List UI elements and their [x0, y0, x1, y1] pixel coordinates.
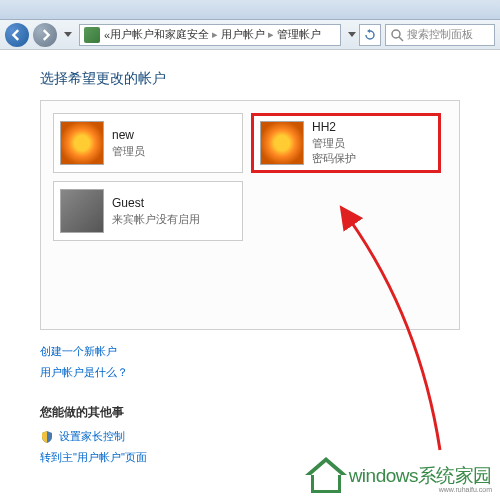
- account-info: HH2 管理员 密码保护: [312, 119, 356, 167]
- link-parental-controls[interactable]: 设置家长控制: [40, 429, 460, 444]
- account-card-new[interactable]: new 管理员: [53, 113, 243, 173]
- chevron-down-icon: [348, 32, 356, 38]
- arrow-left-icon: [11, 29, 23, 41]
- account-role: 来宾帐户没有启用: [112, 212, 200, 227]
- account-name: new: [112, 127, 145, 144]
- account-name: HH2: [312, 119, 356, 136]
- other-section: 您能做的其他事 设置家长控制 转到主"用户帐户"页面: [40, 404, 460, 465]
- chevron-down-icon: [64, 32, 72, 38]
- account-info: new 管理员: [112, 127, 145, 159]
- breadcrumb-item-3[interactable]: 管理帐户: [277, 27, 321, 42]
- account-info: Guest 来宾帐户没有启用: [112, 195, 200, 227]
- account-card-hh2[interactable]: HH2 管理员 密码保护: [251, 113, 441, 173]
- accounts-container: new 管理员 HH2 管理员 密码保护 Guest 来宾帐户没有启用: [40, 100, 460, 330]
- svg-line-1: [399, 37, 403, 41]
- history-dropdown[interactable]: [61, 25, 75, 45]
- window-titlebar: [0, 0, 500, 20]
- avatar: [60, 189, 104, 233]
- arrow-right-icon: [39, 29, 51, 41]
- account-role: 管理员: [312, 136, 356, 151]
- breadcrumb-sep: ▸: [268, 28, 274, 41]
- other-title: 您能做的其他事: [40, 404, 460, 421]
- account-role: 管理员: [112, 144, 145, 159]
- control-panel-icon: [84, 27, 100, 43]
- links-section: 创建一个新帐户 用户帐户是什么？: [40, 344, 460, 380]
- breadcrumb-item-1[interactable]: 用户帐户和家庭安全: [110, 27, 209, 42]
- navigation-bar: « 用户帐户和家庭安全 ▸ 用户帐户 ▸ 管理帐户 搜索控制面板: [0, 20, 500, 50]
- breadcrumb-item-2[interactable]: 用户帐户: [221, 27, 265, 42]
- content-area: 选择希望更改的帐户 new 管理员 HH2 管理员 密码保护 Guest 来宾帐…: [0, 50, 500, 491]
- avatar: [260, 121, 304, 165]
- page-title: 选择希望更改的帐户: [40, 70, 460, 88]
- breadcrumb[interactable]: « 用户帐户和家庭安全 ▸ 用户帐户 ▸ 管理帐户: [79, 24, 341, 46]
- account-card-guest[interactable]: Guest 来宾帐户没有启用: [53, 181, 243, 241]
- account-extra: 密码保护: [312, 151, 356, 166]
- search-icon: [390, 28, 404, 42]
- link-label: 设置家长控制: [59, 429, 125, 444]
- refresh-icon: [364, 29, 376, 41]
- shield-icon: [40, 430, 54, 444]
- account-name: Guest: [112, 195, 200, 212]
- link-goto-main[interactable]: 转到主"用户帐户"页面: [40, 450, 460, 465]
- link-label: 转到主"用户帐户"页面: [40, 450, 147, 465]
- breadcrumb-dropdown[interactable]: [345, 25, 359, 45]
- refresh-button[interactable]: [359, 24, 381, 46]
- search-input[interactable]: 搜索控制面板: [385, 24, 495, 46]
- search-placeholder: 搜索控制面板: [407, 27, 473, 42]
- avatar: [60, 121, 104, 165]
- svg-point-0: [392, 30, 400, 38]
- breadcrumb-sep: ▸: [212, 28, 218, 41]
- back-button[interactable]: [5, 23, 29, 47]
- link-create-account[interactable]: 创建一个新帐户: [40, 344, 460, 359]
- link-what-is-account[interactable]: 用户帐户是什么？: [40, 365, 460, 380]
- forward-button[interactable]: [33, 23, 57, 47]
